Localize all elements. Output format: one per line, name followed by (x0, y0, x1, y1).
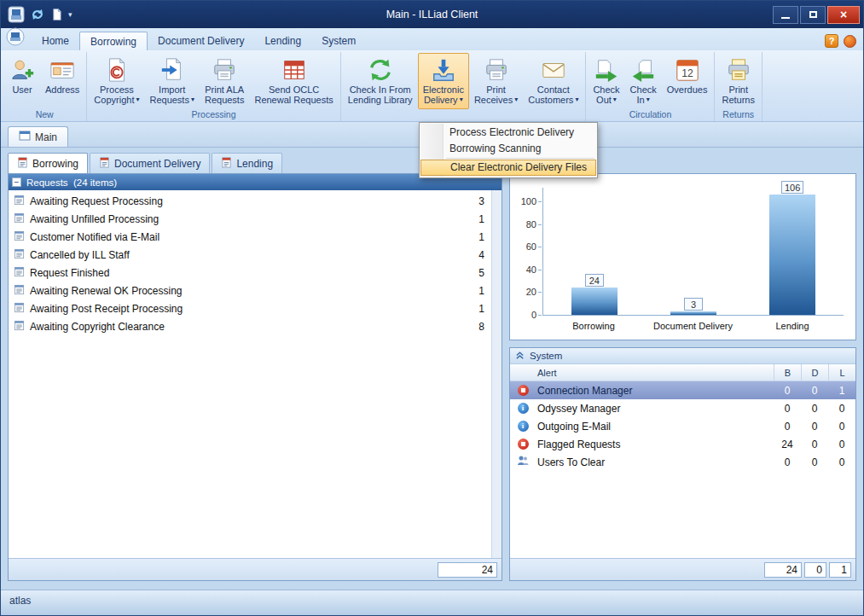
chart-x-axis-labels: Borrowing Document Delivery Lending (542, 321, 844, 333)
import-document-icon (159, 57, 185, 83)
bar-document-delivery: 3 (670, 298, 716, 315)
borrowing-total-box: 24 (764, 562, 802, 578)
form-icon (14, 248, 25, 262)
right-panel: 0 20 40 60 80 100 24 3 106 (509, 151, 856, 581)
vertical-scrollbar[interactable] (491, 190, 502, 558)
ribbon-tab-borrowing[interactable]: Borrowing (79, 32, 148, 50)
stop-icon (518, 385, 529, 396)
green-cycle-arrows-icon (368, 57, 393, 83)
list-item[interactable]: Awaiting Unfilled Processing 1 (9, 210, 502, 228)
collapse-icon[interactable]: − (12, 177, 21, 187)
printer-icon (212, 57, 237, 83)
docdel-total-box: 0 (804, 562, 826, 578)
ribbon-button-import-requests[interactable]: Import Requests▾ (144, 53, 200, 109)
tab-lending[interactable]: Lending (212, 153, 282, 173)
form-icon (14, 284, 25, 298)
list-item[interactable]: Awaiting Post Receipt Processing 1 (9, 299, 502, 317)
menu-item-process-electronic-delivery[interactable]: Process Electronic Delivery (420, 125, 596, 141)
logoff-icon[interactable] (844, 35, 856, 48)
ribbon-button-print-receives[interactable]: Print Receives▾ (469, 53, 523, 109)
maximize-button[interactable] (800, 6, 826, 24)
main-content: Borrowing Document Delivery Lending − Re… (1, 148, 863, 590)
electronic-delivery-icon (431, 57, 456, 83)
bar-borrowing: 24 (571, 274, 618, 315)
address-card-icon (49, 57, 75, 83)
form-icon (14, 266, 25, 280)
close-button[interactable]: × (827, 6, 860, 24)
dropdown-caret-icon: ▾ (613, 95, 617, 105)
calendar-12-icon: 12 (675, 57, 700, 83)
ribbon-button-send-oclc-renewal-requests[interactable]: Send OCLC Renewal Requests (249, 53, 338, 109)
group-label-processing: Processing (89, 109, 338, 121)
tab-document-delivery[interactable]: Document Delivery (90, 153, 210, 173)
illiad-client-window: ▾ Main - ILLiad Client × Home Borrowing … (0, 0, 864, 616)
list-item[interactable]: Request Finished 5 (9, 264, 502, 282)
system-panel-header[interactable]: System (510, 348, 855, 364)
bar-value-label: 24 (585, 274, 604, 287)
ribbon-button-contact-customers[interactable]: Contact Customers▾ (523, 53, 583, 109)
left-panel: Borrowing Document Delivery Lending − Re… (8, 151, 502, 581)
qat-customize-caret-icon[interactable]: ▾ (68, 10, 72, 19)
form-icon (14, 195, 25, 208)
electronic-delivery-dropdown-menu: Process Electronic Delivery Borrowing Sc… (419, 122, 598, 178)
total-count-box: 24 (438, 562, 497, 578)
envelope-icon (541, 57, 566, 83)
list-item[interactable]: Awaiting Renewal OK Processing 1 (9, 282, 502, 299)
ribbon-button-overdues[interactable]: 12 Overdues (662, 53, 713, 109)
list-item[interactable]: Customer Notified via E-Mail 1 (9, 228, 502, 246)
application-menu-button[interactable] (6, 27, 25, 49)
group-label-returns: Returns (716, 109, 760, 121)
ribbon-tab-system[interactable]: System (311, 32, 366, 50)
ribbon-button-check-in-from-lending-library[interactable]: Check In From Lending Library (343, 53, 418, 109)
list-item[interactable]: Cancelled by ILL Staff 4 (9, 246, 502, 264)
tab-main[interactable]: Main (8, 126, 68, 147)
list-item[interactable]: Awaiting Copyright Clearance 8 (9, 317, 502, 335)
table-row-outgoing-email[interactable]: Outgoing E-Mail 0 0 0 (510, 417, 855, 435)
ribbon-button-print-ala-requests[interactable]: Print ALA Requests (200, 53, 249, 109)
info-icon (518, 403, 529, 414)
minimize-button[interactable] (773, 6, 798, 24)
menu-item-clear-electronic-delivery-files[interactable]: Clear Electronic Delivery Files (420, 160, 596, 176)
ribbon-button-check-in[interactable]: Check In▾ (625, 53, 662, 109)
check-in-icon (630, 57, 656, 83)
chevrons-up-icon (515, 351, 525, 362)
ribbon-button-check-out[interactable]: Check Out▾ (588, 53, 624, 109)
dropdown-caret-icon: ▾ (460, 95, 463, 105)
svg-text:12: 12 (681, 67, 693, 79)
form-icon (14, 230, 25, 244)
ribbon-tab-home[interactable]: Home (32, 32, 79, 50)
help-icon[interactable]: ? (825, 34, 838, 48)
table-row-connection-manager[interactable]: Connection Manager 0 0 1 (510, 381, 855, 399)
ribbon-button-electronic-delivery[interactable]: Electronic Delivery▾ (418, 53, 469, 109)
ribbon-button-user[interactable]: User (4, 53, 40, 109)
tab-borrowing[interactable]: Borrowing (8, 153, 88, 173)
refresh-icon[interactable] (30, 7, 45, 22)
menu-item-borrowing-scanning[interactable]: Borrowing Scanning (420, 141, 596, 157)
check-out-icon (594, 57, 619, 83)
ribbon-button-print-returns[interactable]: Print Returns (716, 53, 760, 109)
ribbon-tab-lending[interactable]: Lending (254, 32, 311, 50)
titlebar: ▾ Main - ILLiad Client × (1, 1, 863, 28)
dropdown-caret-icon: ▾ (136, 95, 139, 105)
info-icon (518, 421, 529, 432)
ribbon-button-process-copyright[interactable]: Process Copyright▾ (89, 53, 144, 109)
ribbon-group-processing: Process Copyright▾ Import Requests▾ Prin… (87, 52, 340, 121)
dropdown-caret-icon: ▾ (575, 95, 578, 105)
form-icon (14, 302, 25, 316)
requests-footer: 24 (9, 558, 502, 580)
requests-group-title: Requests (24 items) (26, 177, 117, 188)
dropdown-caret-icon: ▾ (647, 95, 650, 105)
table-row-odyssey-manager[interactable]: Odyssey Manager 0 0 0 (510, 399, 855, 417)
app-logo-icon[interactable] (8, 6, 25, 23)
table-row-users-to-clear[interactable]: Users To Clear 0 0 0 (510, 453, 855, 471)
minimize-icon (781, 17, 790, 19)
ribbon-group-circulation: Check Out▾ Check In▾ 12 Overdues Circula… (586, 52, 715, 121)
list-item[interactable]: Awaiting Request Processing 3 (9, 192, 502, 210)
chart-plot: 0 20 40 60 80 100 24 3 106 (542, 188, 844, 316)
new-document-icon[interactable] (50, 8, 63, 21)
form-icon (14, 320, 25, 334)
ribbon-button-address[interactable]: Address (40, 53, 84, 109)
ribbon-tab-document-delivery[interactable]: Document Delivery (148, 32, 254, 50)
add-user-icon (9, 57, 35, 83)
table-row-flagged-requests[interactable]: Flagged Requests 24 0 0 (510, 435, 855, 453)
